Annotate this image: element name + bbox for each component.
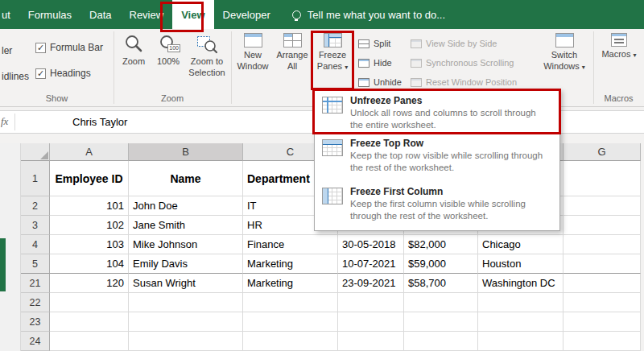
cell-G1[interactable] — [564, 161, 641, 196]
row-header-24[interactable]: 24 — [21, 332, 50, 351]
row-header-2[interactable]: 2 — [21, 196, 50, 216]
cell-A23[interactable] — [50, 312, 129, 332]
cell-F4[interactable]: Chicago — [478, 235, 564, 254]
cell-B4[interactable]: Mike Johnson — [129, 235, 243, 254]
arrange-all-label-line2: All — [276, 61, 308, 72]
menu-item-unfreeze-panes[interactable]: Unfreeze PanesUnlock all rows and column… — [315, 91, 559, 134]
synchronous-scrolling-button[interactable]: Synchronous Scrolling — [411, 55, 514, 71]
select-all-corner[interactable] — [21, 143, 50, 161]
cell-B23[interactable] — [129, 312, 243, 332]
cell-A3[interactable]: 102 — [50, 216, 129, 235]
cell-A2[interactable]: 101 — [50, 196, 129, 216]
cell-A4[interactable]: 103 — [50, 235, 129, 254]
cell-B24[interactable] — [129, 332, 243, 351]
cell-D4[interactable]: 30-05-2018 — [338, 235, 404, 254]
cell-B21[interactable]: Susan Wright — [129, 274, 243, 293]
split-button[interactable]: Split — [358, 35, 390, 52]
ribbon-tab-view[interactable]: View — [172, 0, 213, 29]
column-header-A[interactable]: A — [50, 143, 129, 161]
menu-item-text-unfreeze-panes: Unfreeze PanesUnlock all rows and column… — [350, 95, 543, 134]
cell-F22[interactable] — [478, 293, 564, 312]
cell-A5[interactable]: 104 — [50, 254, 129, 274]
cell-D22[interactable] — [338, 293, 404, 312]
formula-bar-checkbox[interactable]: ✓ Formula Bar — [35, 42, 103, 53]
split-icon — [358, 39, 369, 48]
cell-G22[interactable] — [564, 293, 641, 312]
gridlines-checkbox-label-cut[interactable]: idlines — [2, 71, 29, 82]
row-header-23[interactable]: 23 — [21, 312, 50, 332]
menu-item-freeze-top-row[interactable]: Freeze Top RowKeep the top row visible w… — [315, 134, 559, 182]
cell-G21[interactable] — [564, 274, 641, 293]
cell-E4[interactable]: $82,000 — [404, 235, 478, 254]
arrange-all-button[interactable]: Arrange All — [273, 33, 312, 72]
row-header-4[interactable]: 4 — [21, 235, 50, 254]
zoom-100-button[interactable]: 100 100% — [151, 33, 185, 68]
cell-G24[interactable] — [564, 332, 641, 351]
new-window-button[interactable]: New Window — [233, 33, 273, 72]
cell-G2[interactable] — [564, 196, 641, 216]
ribbon-tab-review[interactable]: Review — [121, 0, 173, 29]
cell-F21[interactable]: Washington DC — [478, 274, 564, 293]
new-window-icon — [244, 33, 262, 47]
row-header-5[interactable]: 5 — [21, 254, 50, 274]
cell-C5[interactable]: Marketing — [243, 254, 338, 274]
cell-D21[interactable]: 23-09-2021 — [338, 274, 404, 293]
row-header-22[interactable]: 22 — [21, 293, 50, 312]
cell-E22[interactable] — [404, 293, 478, 312]
freeze-panes-button[interactable]: Freeze Panes ▾ — [313, 33, 352, 72]
cell-A1[interactable]: Employee ID — [50, 161, 129, 196]
cell-G3[interactable] — [564, 216, 641, 235]
cell-G4[interactable] — [564, 235, 641, 254]
view-side-by-side-button[interactable]: View Side by Side — [411, 35, 497, 52]
cell-B1[interactable]: Name — [129, 161, 243, 196]
cell-B22[interactable] — [129, 293, 243, 312]
insert-function-icon[interactable]: fx — [1, 115, 8, 128]
tell-me-box[interactable]: Tell me what you want to do... — [292, 0, 445, 29]
cell-G5[interactable] — [564, 254, 641, 274]
menu-item-freeze-first-column[interactable]: Freeze First ColumnKeep the first column… — [315, 182, 559, 230]
cell-E24[interactable] — [404, 332, 478, 351]
row-header-1[interactable]: 1 — [21, 161, 50, 196]
cell-C24[interactable] — [243, 332, 338, 351]
ribbon-tab-developer[interactable]: Developer — [214, 0, 279, 29]
cell-A24[interactable] — [50, 332, 129, 351]
cell-C23[interactable] — [243, 312, 338, 332]
cell-A21[interactable]: 120 — [50, 274, 129, 293]
cell-B2[interactable]: John Doe — [129, 196, 243, 216]
unhide-button[interactable]: Unhide — [358, 74, 402, 90]
cell-D23[interactable] — [338, 312, 404, 332]
zoom-to-selection-button[interactable]: Zoom to Selection — [185, 33, 229, 79]
cell-D24[interactable] — [338, 332, 404, 351]
column-header-B[interactable]: B — [129, 143, 243, 161]
column-header-G[interactable]: G — [564, 143, 641, 161]
cell-E5[interactable]: $59,000 — [404, 254, 478, 274]
cell-E21[interactable]: $58,700 — [404, 274, 478, 293]
row-header-3[interactable]: 3 — [21, 216, 50, 235]
cell-C21[interactable]: Marketing — [243, 274, 338, 293]
ribbon-tab-formulas[interactable]: Formulas — [19, 0, 80, 29]
hide-button[interactable]: Hide — [358, 55, 392, 71]
cell-F24[interactable] — [478, 332, 564, 351]
headings-checkbox[interactable]: ✓ Headings — [35, 68, 91, 79]
switch-windows-icon — [555, 33, 574, 47]
ruler-checkbox-label-cut[interactable]: ler — [2, 45, 12, 56]
ribbon-tab-data[interactable]: Data — [80, 0, 120, 29]
reset-window-position-button[interactable]: Reset Window Position — [411, 74, 517, 90]
cell-F5[interactable]: Houston — [478, 254, 564, 274]
zoom-button[interactable]: Zoom — [116, 33, 151, 68]
cell-B3[interactable]: Jane Smith — [129, 216, 243, 235]
cell-B5[interactable]: Emily Davis — [129, 254, 243, 274]
cell-D5[interactable]: 10-07-2021 — [338, 254, 404, 274]
formula-bar-input[interactable]: Chris Taylor — [72, 116, 127, 128]
cell-C4[interactable]: Finance — [243, 235, 338, 254]
cell-E23[interactable] — [404, 312, 478, 332]
ribbon-tab-ut[interactable]: ut — [0, 0, 19, 29]
cell-F23[interactable] — [478, 312, 564, 332]
cell-A22[interactable] — [50, 293, 129, 312]
macros-button[interactable]: Macros ▾ — [597, 33, 641, 60]
cell-G23[interactable] — [564, 312, 641, 332]
formula-bar-divider — [14, 114, 15, 130]
row-header-21[interactable]: 21 — [21, 274, 50, 293]
cell-C22[interactable] — [243, 293, 338, 312]
switch-windows-button[interactable]: Switch Windows ▾ — [541, 33, 588, 72]
